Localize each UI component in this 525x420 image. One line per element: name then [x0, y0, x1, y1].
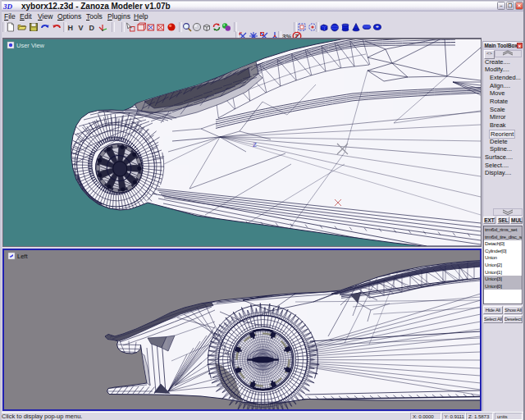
svg-text:V: V — [79, 24, 84, 32]
svg-text:Left: Left — [17, 253, 28, 260]
svg-text:3D: 3D — [3, 2, 13, 11]
svg-text:H: H — [67, 24, 73, 32]
svg-text:Z: Z — [253, 141, 257, 148]
svg-text:D: D — [89, 24, 95, 32]
svg-text:User View: User View — [16, 42, 45, 49]
